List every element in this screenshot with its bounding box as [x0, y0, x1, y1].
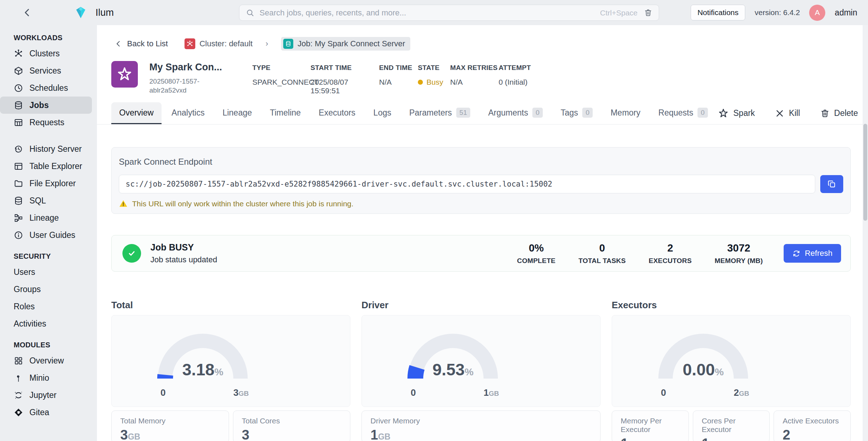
total-gauge-card: 3.18% 0 3GB — [111, 315, 350, 407]
refresh-button[interactable]: Refresh — [784, 244, 841, 263]
global-search-input[interactable]: Search jobs, queries, recents, and more.… — [239, 5, 659, 21]
kill-button[interactable]: Kill — [775, 108, 800, 118]
cluster-icon — [185, 38, 195, 49]
spark-connect-endpoint-card: Spark Connect Endpoint sc://job-20250807… — [111, 147, 851, 214]
breadcrumb-cluster-link[interactable]: Cluster: default — [185, 38, 253, 49]
sidebar-item-clusters[interactable]: Clusters — [0, 45, 92, 62]
tab-overview[interactable]: Overview — [111, 102, 162, 124]
ilum-logo-icon — [74, 6, 88, 19]
job-field-start-time: START TIME 2025/08/07 15:59:51 — [311, 64, 379, 95]
driver-section-title: Driver — [361, 300, 601, 311]
stat-memory: 3072MEMORY (MB) — [715, 242, 763, 265]
sidebar-item-label: Services — [29, 66, 61, 76]
sidebar-item-label: Activities — [14, 319, 46, 329]
status-badge: Busy — [426, 78, 443, 86]
tab-requests[interactable]: Requests0 — [650, 102, 716, 124]
sidebar-item-user-guides[interactable]: User Guides — [0, 226, 92, 244]
job-database-icon — [283, 39, 293, 49]
job-header: My Spark Con... 20250807-1557- ablr2a52v… — [111, 60, 854, 99]
kill-x-icon — [775, 109, 784, 118]
back-chevron-button[interactable] — [21, 6, 34, 19]
scrollbar-track[interactable] — [863, 25, 868, 441]
job-field-max-retries: MAX RETRIES N/A — [450, 64, 499, 95]
job-field-type: TYPE SPARK_CONNECT — [252, 64, 311, 95]
tab-actions: Spark Kill Delete — [718, 102, 868, 124]
sidebar-item-history-server[interactable]: History Server — [0, 140, 92, 158]
delete-button[interactable]: Delete — [820, 108, 858, 118]
spark-button[interactable]: Spark — [718, 108, 755, 119]
overview-icon — [14, 356, 23, 366]
driver-gauge: 9.53% 0 1GB — [399, 325, 507, 398]
resource-dashboard: Total 3.18% 0 3GB Total Memory — [111, 300, 851, 441]
sidebar-item-jobs[interactable]: Jobs — [0, 97, 92, 114]
services-icon — [14, 66, 23, 76]
endpoint-title: Spark Connect Endpoint — [119, 157, 843, 167]
status-stats: 0%COMPLETE 0TOTAL TASKS 2EXECUTORS 3072M… — [517, 242, 763, 265]
requests-icon — [14, 118, 23, 127]
sidebar-item-minio[interactable]: Minio — [0, 369, 92, 386]
driver-column: Driver 9.53% 0 1GB Driver Memory — [361, 300, 601, 441]
clear-search-trash-icon[interactable] — [644, 9, 652, 17]
sidebar-item-label: Groups — [14, 285, 41, 294]
sidebar-item-schedules[interactable]: Schedules — [0, 79, 92, 97]
minio-icon — [14, 373, 23, 383]
breadcrumb-back-link[interactable]: Back to List — [115, 39, 168, 48]
sidebar-item-file-explorer[interactable]: File Explorer — [0, 175, 92, 192]
active-executors-card: Active Executors 2 — [774, 410, 851, 441]
tab-parameters[interactable]: Parameters51 — [401, 102, 478, 124]
sidebar-item-overview-module[interactable]: Overview — [0, 352, 92, 369]
sidebar-item-activities[interactable]: Activities — [0, 315, 92, 332]
endpoint-url-field[interactable]: sc://job-20250807-1557-ablr2a52vxd-e5282… — [119, 175, 815, 193]
lineage-icon — [14, 213, 23, 223]
chevron-left-icon — [23, 8, 32, 17]
tab-arguments[interactable]: Arguments0 — [480, 102, 551, 124]
sidebar-item-groups[interactable]: Groups — [0, 281, 92, 298]
breadcrumb: Back to List Cluster: default › Job: My … — [115, 36, 410, 52]
tab-memory[interactable]: Memory — [603, 102, 648, 124]
tab-logs[interactable]: Logs — [365, 102, 399, 124]
username-label[interactable]: admin — [835, 8, 857, 18]
notifications-button[interactable]: Notifications — [691, 5, 745, 20]
jupyter-icon — [14, 390, 23, 400]
sidebar-item-services[interactable]: Services — [0, 62, 92, 79]
sidebar-item-lineage[interactable]: Lineage — [0, 209, 92, 226]
sidebar-item-gitea[interactable]: Gitea — [0, 404, 92, 421]
job-status-bar: Job BUSY Job status updated 0%COMPLETE 0… — [111, 235, 851, 272]
search-icon — [246, 9, 255, 17]
stat-total-tasks: 0TOTAL TASKS — [578, 242, 626, 265]
version-label: version: 6.4.2 — [755, 8, 800, 17]
parameters-count-badge: 51 — [456, 108, 470, 118]
sidebar-item-roles[interactable]: Roles — [0, 298, 92, 315]
sql-icon — [14, 196, 23, 206]
sidebar-item-users[interactable]: Users — [0, 263, 92, 281]
file-explorer-icon — [14, 179, 23, 188]
status-title: Job BUSY — [150, 242, 217, 253]
tab-timeline[interactable]: Timeline — [262, 102, 309, 124]
user-avatar[interactable]: A — [809, 5, 825, 21]
sidebar-item-label: Jobs — [29, 100, 49, 110]
sidebar-item-jupyter[interactable]: Jupyter — [0, 386, 92, 404]
arguments-count-badge: 0 — [532, 108, 543, 118]
tab-executors[interactable]: Executors — [311, 102, 363, 124]
tab-lineage[interactable]: Lineage — [215, 102, 260, 124]
search-shortcut: Ctrl+Space — [600, 9, 638, 17]
executors-section-title: Executors — [612, 300, 851, 311]
sidebar-item-label: Users — [14, 267, 35, 277]
gitea-icon — [14, 408, 23, 417]
copy-icon — [827, 179, 836, 189]
scrollbar-thumb[interactable] — [863, 124, 867, 221]
breadcrumb-job-chip[interactable]: Job: My Spark Connect Server — [281, 37, 410, 51]
tab-tags[interactable]: Tags0 — [553, 102, 601, 124]
sidebar-item-sql[interactable]: SQL — [0, 192, 92, 209]
sidebar-item-table-explorer[interactable]: Table Explorer — [0, 158, 92, 175]
refresh-icon — [792, 249, 801, 258]
sidebar: WORKLOADS Clusters Services Schedules Jo… — [0, 25, 97, 441]
sidebar-item-requests[interactable]: Requests — [0, 114, 92, 131]
copy-url-button[interactable] — [820, 175, 843, 193]
memory-per-executor-card: Memory Per Executor 1GB — [612, 410, 689, 441]
spark-star-icon — [718, 108, 729, 119]
tab-analytics[interactable]: Analytics — [164, 102, 213, 124]
sidebar-section-modules: MODULES — [14, 341, 97, 349]
driver-gauge-card: 9.53% 0 1GB — [361, 315, 601, 407]
total-memory-card: Total Memory 3GB — [111, 410, 229, 441]
